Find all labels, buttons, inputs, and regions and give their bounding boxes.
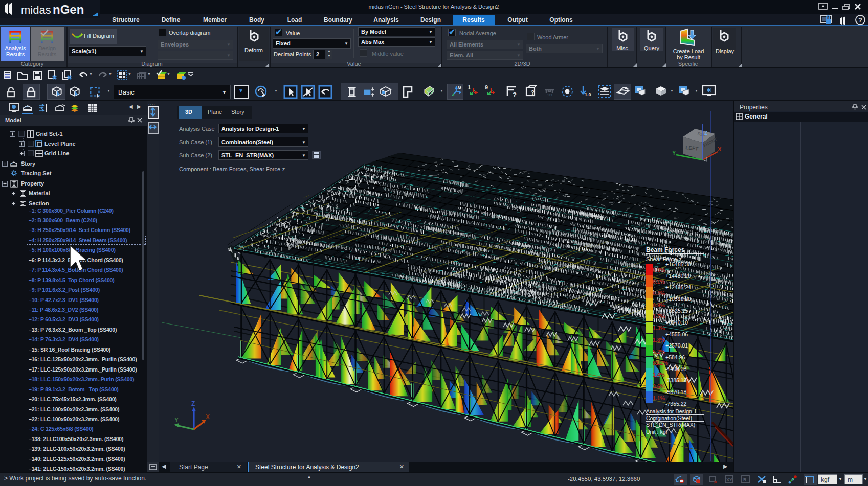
svg-text:Z: Z [704,130,707,136]
svg-text:G: G [458,85,461,90]
svg-text:Z: Z [191,400,195,407]
svg-text:?: ? [513,91,517,99]
svg-text:1: 1 [468,84,471,90]
svg-text:X: X [718,146,722,152]
svg-text:1.0: 1.0 [585,92,591,97]
svg-text:X: X [206,413,210,421]
svg-text:+: + [742,476,744,479]
svg-text:XY: XY [726,477,732,482]
svg-text:?: ? [858,16,862,24]
svg-text:Y: Y [672,150,676,156]
svg-text:9: 9 [485,84,488,90]
svg-text:?: ? [531,89,535,96]
svg-text:Y: Y [174,416,179,424]
svg-text:nGen: nGen [53,3,84,16]
svg-text:midas: midas [21,4,51,16]
svg-text:123: 123 [547,94,553,97]
